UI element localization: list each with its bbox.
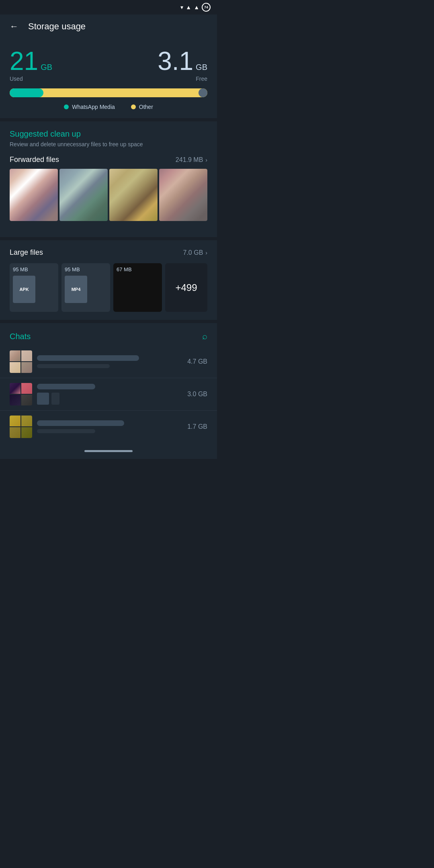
large-files-thumbs: 95 MB APK 95 MB MP4 67 MB +499 <box>10 263 207 312</box>
forwarded-files-row[interactable]: Forwarded files 241.9 MB › <box>10 156 207 164</box>
thumb-1 <box>10 169 58 221</box>
cleanup-subtitle: Review and delete unnecessary files to f… <box>10 141 207 147</box>
file2-size: 95 MB <box>65 266 80 272</box>
nav-indicator <box>84 450 133 452</box>
progress-end-cap <box>199 88 207 97</box>
large-files-size: 7.0 GB › <box>183 249 207 256</box>
chat-avatar-2 <box>10 383 32 405</box>
chat-name-bar-1 <box>37 355 139 361</box>
chat-item-1[interactable]: 4.7 GB <box>0 346 217 378</box>
battery-icon: 74 <box>202 3 211 12</box>
chat-avatar-3 <box>10 416 32 438</box>
file-thumb-mp4[interactable]: 95 MB MP4 <box>61 263 110 312</box>
used-unit: GB <box>41 63 52 72</box>
chat-item-3[interactable]: 1.7 GB <box>0 411 217 443</box>
signal-icon: ▲ <box>186 4 191 10</box>
legend-dot-yellow <box>131 104 136 109</box>
mp4-icon: MP4 <box>65 276 87 303</box>
file1-size: 95 MB <box>13 266 28 272</box>
chat-name-bar-2 <box>37 384 95 389</box>
storage-overview: 21 GB Used 3.1 GB Free WhatsApp Media Ot… <box>0 39 217 118</box>
status-bar: ▾ ▲ ▲ 74 <box>0 0 217 14</box>
chat-avatar-1 <box>10 350 32 373</box>
cleanup-title: Suggested clean up <box>10 129 207 139</box>
used-label: Used <box>10 76 52 82</box>
signal-icon-2: ▲ <box>194 4 199 10</box>
top-bar: ← Storage usage <box>0 14 217 39</box>
large-files-label: Large files <box>10 248 43 257</box>
search-icon[interactable]: ⌕ <box>202 331 207 342</box>
storage-numbers: 21 GB Used 3.1 GB Free <box>10 48 207 82</box>
used-number: 21 <box>10 48 38 74</box>
storage-legend: WhatsApp Media Other <box>10 104 207 110</box>
forwarded-files-label: Forwarded files <box>10 156 59 164</box>
status-icons: ▾ ▲ ▲ 74 <box>180 3 211 12</box>
more-files-label: +499 <box>175 282 197 293</box>
chat-size-1: 4.7 GB <box>187 358 207 365</box>
chats-header: Chats ⌕ <box>0 323 217 346</box>
large-files-section: Large files 7.0 GB › 95 MB APK 95 MB MP4… <box>0 240 217 320</box>
legend-whatsapp-media: WhatsApp Media <box>64 104 115 110</box>
chevron-right-icon-2: › <box>205 250 207 256</box>
progress-used-fill <box>10 88 43 97</box>
chevron-right-icon: › <box>205 157 207 163</box>
chat-sub-bar-3 <box>37 429 95 433</box>
cleanup-section: Suggested clean up Review and delete unn… <box>0 121 217 237</box>
chat-name-bar-3 <box>37 420 124 426</box>
free-number: 3.1 <box>158 48 193 74</box>
free-label: Free <box>158 76 207 82</box>
legend-other-label: Other <box>139 104 153 110</box>
storage-free: 3.1 GB Free <box>158 48 207 82</box>
file3-size: 67 MB <box>117 266 132 272</box>
forwarded-files-size: 241.9 MB › <box>176 156 207 164</box>
file-thumb-unknown[interactable]: 67 MB <box>113 263 162 312</box>
wifi-icon: ▾ <box>180 4 183 10</box>
thumb-2 <box>59 169 108 221</box>
legend-dot-teal <box>64 104 69 109</box>
more-files-thumb[interactable]: +499 <box>165 263 207 312</box>
back-button[interactable]: ← <box>6 18 22 35</box>
chats-title: Chats <box>10 332 31 341</box>
forwarded-files-thumbnails[interactable] <box>10 169 207 221</box>
chats-section: Chats ⌕ 4.7 GB 3.0 <box>0 323 217 443</box>
storage-progress-bar <box>10 88 207 97</box>
chat-item-2[interactable]: 3.0 GB <box>0 378 217 411</box>
chat-size-3: 1.7 GB <box>187 423 207 430</box>
legend-other: Other <box>131 104 153 110</box>
nav-bar <box>0 443 217 459</box>
chat-info-3 <box>37 420 182 433</box>
chat-sub-bar-1 <box>37 364 110 368</box>
thumb-4 <box>159 169 207 221</box>
free-unit: GB <box>196 63 207 72</box>
storage-used: 21 GB Used <box>10 48 52 82</box>
chat-size-2: 3.0 GB <box>187 391 207 398</box>
chat-info-2 <box>37 384 182 405</box>
file-thumb-apk[interactable]: 95 MB APK <box>10 263 58 312</box>
legend-media-label: WhatsApp Media <box>72 104 115 110</box>
chat-info-1 <box>37 355 182 368</box>
page-title: Storage usage <box>28 21 86 32</box>
apk-icon: APK <box>13 276 35 303</box>
large-files-row[interactable]: Large files 7.0 GB › <box>10 248 207 257</box>
thumb-3 <box>109 169 158 221</box>
